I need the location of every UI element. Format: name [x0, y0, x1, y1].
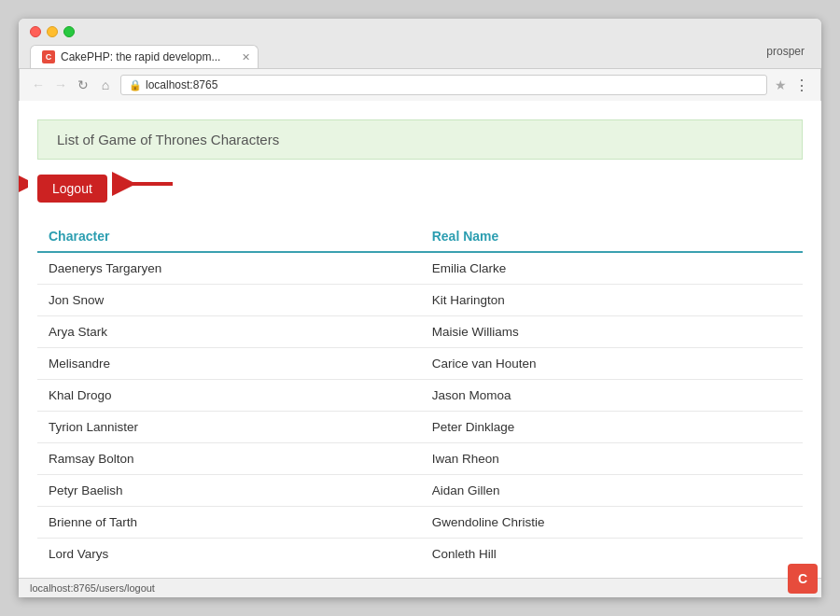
cell-real-name: Iwan Rheon — [421, 443, 803, 475]
page-header: List of Game of Thrones Characters — [37, 119, 803, 160]
logout-section: Logout — [37, 175, 803, 203]
address-bar-area: ← → ↻ ⌂ 🔒 localhost:8765 ★ ⋮ — [19, 68, 821, 101]
address-input[interactable]: 🔒 localhost:8765 — [120, 75, 767, 95]
tab-close-icon[interactable]: ✕ — [242, 51, 250, 63]
cell-character: Lord Varys — [37, 539, 421, 570]
arrow-left — [19, 170, 28, 198]
cell-character: Melisandre — [37, 348, 421, 380]
forward-button[interactable]: → — [53, 77, 68, 92]
cell-real-name: Aidan Gillen — [421, 475, 803, 507]
back-button[interactable]: ← — [31, 77, 46, 92]
column-character: Character — [37, 221, 421, 252]
active-tab[interactable]: C CakePHP: the rapid developm... ✕ — [30, 45, 259, 68]
close-button[interactable] — [30, 26, 41, 37]
cell-real-name: Peter Dinklage — [421, 412, 803, 443]
cell-character: Jon Snow — [37, 285, 421, 316]
maximize-button[interactable] — [63, 26, 75, 37]
characters-table: Character Real Name Daenerys TargaryenEm… — [37, 221, 803, 569]
cell-real-name: Gwendoline Christie — [421, 507, 803, 539]
url-text: localhost:8765 — [146, 78, 217, 91]
table-row: Petyr BaelishAidan Gillen — [37, 475, 803, 507]
logout-button[interactable]: Logout — [37, 175, 107, 203]
column-real-name: Real Name — [421, 221, 803, 252]
tab-title: CakePHP: the rapid developm... — [61, 50, 220, 63]
table-row: Khal DrogoJason Momoa — [37, 380, 803, 412]
cell-real-name: Conleth Hill — [421, 539, 803, 570]
arrow-right — [112, 170, 177, 198]
cell-real-name: Carice van Houten — [421, 348, 803, 380]
reload-button[interactable]: ↻ — [76, 77, 91, 92]
cakephp-logo: C — [788, 564, 818, 594]
cell-real-name: Maisie Williams — [421, 316, 803, 348]
table-row: Tyrion LannisterPeter Dinklage — [37, 412, 803, 443]
minimize-button[interactable] — [47, 26, 58, 37]
cell-character: Brienne of Tarth — [37, 507, 421, 539]
bookmark-icon[interactable]: ★ — [775, 77, 787, 92]
user-label: prosper — [766, 45, 805, 58]
menu-icon[interactable]: ⋮ — [794, 77, 809, 94]
cell-real-name: Jason Momoa — [421, 380, 803, 412]
cell-character: Tyrion Lannister — [37, 412, 421, 443]
tab-bar: C CakePHP: the rapid developm... ✕ — [30, 45, 810, 68]
page-content: List of Game of Thrones Characters Logou… — [19, 101, 821, 578]
status-text: localhost:8765/users/logout — [30, 582, 155, 594]
table-row: Lord VarysConleth Hill — [37, 539, 803, 570]
table-row: Arya StarkMaisie Williams — [37, 316, 803, 348]
cell-character: Petyr Baelish — [37, 475, 421, 507]
home-button[interactable]: ⌂ — [98, 77, 113, 92]
browser-window: C CakePHP: the rapid developm... ✕ ← → ↻… — [19, 19, 821, 597]
cell-real-name: Emilia Clarke — [421, 252, 803, 285]
table-row: MelisandreCarice van Houten — [37, 348, 803, 380]
cell-character: Khal Drogo — [37, 380, 421, 412]
cell-character: Ramsay Bolton — [37, 443, 421, 475]
table-row: Daenerys TargaryenEmilia Clarke — [37, 252, 803, 285]
cell-real-name: Kit Harington — [421, 285, 803, 316]
browser-titlebar: C CakePHP: the rapid developm... ✕ — [19, 19, 821, 68]
window-controls — [30, 26, 810, 37]
status-bar: localhost:8765/users/logout — [19, 578, 821, 597]
table-row: Brienne of TarthGwendoline Christie — [37, 507, 803, 539]
table-row: Ramsay BoltonIwan Rheon — [37, 443, 803, 475]
cell-character: Arya Stark — [37, 316, 421, 348]
tab-favicon: C — [42, 50, 55, 63]
table-row: Jon SnowKit Harington — [37, 285, 803, 316]
cell-character: Daenerys Targaryen — [37, 252, 421, 285]
lock-icon: 🔒 — [129, 79, 142, 91]
